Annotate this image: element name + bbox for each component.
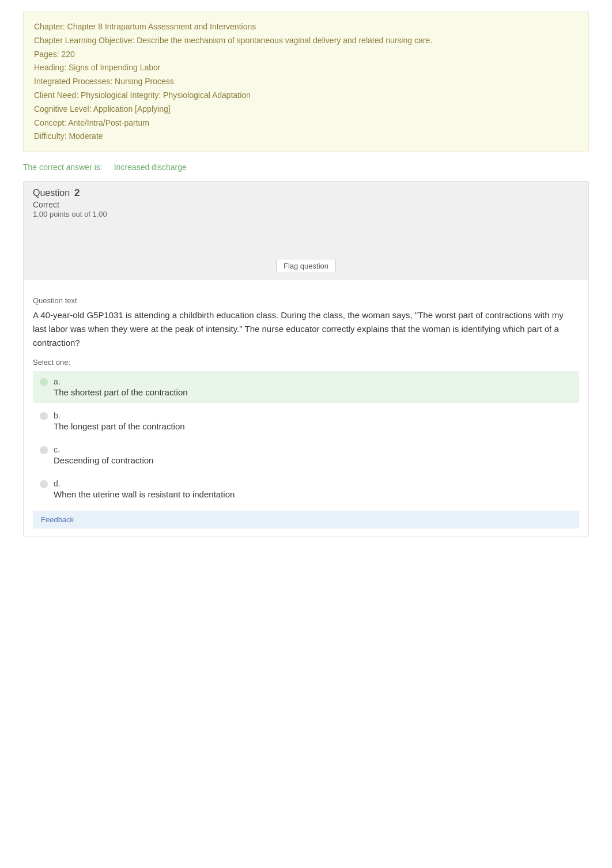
option-c-content: c. Descending of contraction [54, 445, 153, 465]
option-d[interactable]: d. When the uterine wall is resistant to… [33, 473, 579, 505]
correct-answer-line: The correct answer is: Increased dischar… [23, 163, 589, 172]
option-b[interactable]: b. The longest part of the contraction [33, 405, 579, 437]
option-b-content: b. The longest part of the contraction [54, 411, 185, 431]
radio-b [40, 412, 48, 420]
radio-c [40, 446, 48, 454]
feedback-label: Feedback [41, 515, 74, 524]
processes-line: Integrated Processes: Nursing Process [34, 75, 578, 89]
question-word: Question [33, 188, 70, 198]
client-need-line: Client Need: Physiological Integrity: Ph… [34, 89, 578, 103]
question-header: Question 2 Correct 1.00 points out of 1.… [24, 182, 588, 224]
option-d-content: d. When the uterine wall is resistant to… [54, 479, 235, 499]
select-one-label: Select one: [33, 358, 579, 367]
objective-line: Chapter Learning Objective: Describe the… [34, 34, 578, 48]
question-text-label: Question text [33, 296, 579, 305]
heading-line: Heading: Signs of Impending Labor [34, 61, 578, 75]
option-d-letter: d. [54, 479, 235, 488]
option-b-text: The longest part of the contraction [54, 421, 185, 431]
difficulty-line: Difficulty: Moderate [34, 130, 578, 144]
info-box: Chapter: Chapter 8 Intrapartum Assessmen… [23, 12, 589, 152]
flag-question-button[interactable]: Flag question [276, 259, 336, 273]
feedback-bar: Feedback [33, 511, 579, 529]
concept-line: Concept: Ante/Intra/Post-partum [34, 116, 578, 130]
option-a-text: The shortest part of the contraction [54, 387, 188, 397]
option-b-letter: b. [54, 411, 185, 420]
option-a-letter: a. [54, 377, 188, 386]
radio-d [40, 480, 48, 488]
radio-a [40, 378, 48, 386]
option-c[interactable]: c. Descending of contraction [33, 439, 579, 471]
option-c-text: Descending of contraction [54, 455, 153, 465]
pages-line: Pages: 220 [34, 48, 578, 62]
flag-area: Flag question [24, 224, 588, 280]
option-c-letter: c. [54, 445, 153, 454]
correct-answer-label: The correct answer is: [23, 163, 103, 172]
question-points: 1.00 points out of 1.00 [33, 210, 579, 218]
question-body-text: A 40-year-old G5P1031 is attending a chi… [33, 308, 579, 350]
question-number: 2 [74, 187, 80, 199]
option-a[interactable]: a. The shortest part of the contraction [33, 371, 579, 403]
cognitive-line: Cognitive Level: Application [Applying] [34, 103, 578, 116]
question-title: Question 2 [33, 187, 579, 199]
correct-answer-value: Increased discharge [114, 163, 187, 172]
question-status: Correct [33, 200, 579, 209]
question-2-block: Question 2 Correct 1.00 points out of 1.… [23, 181, 589, 537]
option-d-text: When the uterine wall is resistant to in… [54, 489, 235, 499]
option-a-content: a. The shortest part of the contraction [54, 377, 188, 397]
chapter-line: Chapter: Chapter 8 Intrapartum Assessmen… [34, 20, 578, 34]
question-content-area: Question text A 40-year-old G5P1031 is a… [24, 280, 588, 537]
